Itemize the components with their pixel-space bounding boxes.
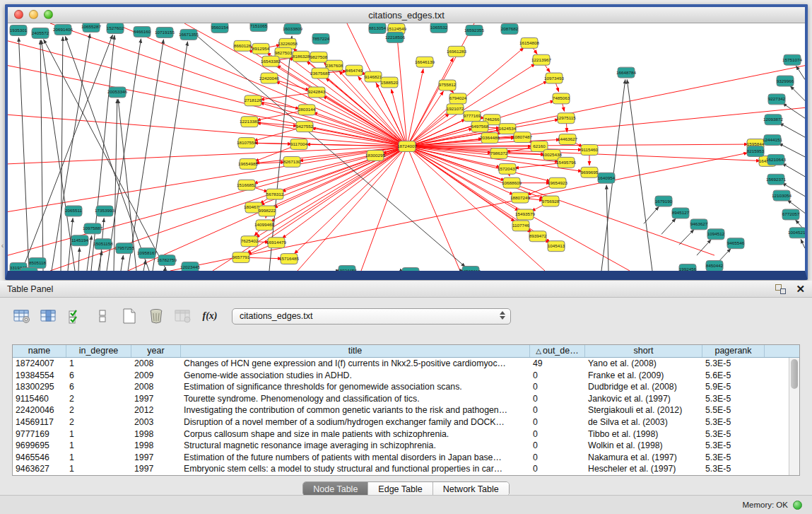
table-cell[interactable]: 2 <box>66 393 131 405</box>
scrollbar-thumb[interactable] <box>791 359 798 389</box>
table-row[interactable]: 1456911722003Disruption of a novel membe… <box>13 416 789 428</box>
table-cell[interactable]: 0 <box>530 428 585 440</box>
tab-node-table[interactable]: Node Table <box>303 482 368 496</box>
window-titlebar[interactable]: citations_edges.txt <box>8 7 805 23</box>
table-cell[interactable]: Estimation of significance thresholds fo… <box>181 381 530 393</box>
table-cell[interactable]: 5.3E-5 <box>702 452 765 464</box>
table-cell[interactable]: 9463627 <box>13 463 66 475</box>
table-cell[interactable]: Dudbridge et al. (2008) <box>585 381 702 393</box>
table-cell[interactable]: 1 <box>66 463 131 475</box>
table-cell[interactable]: Tourette syndrome. Phenomenology and cla… <box>181 393 530 405</box>
table-cell[interactable]: 5.9E-5 <box>702 381 765 393</box>
table-row[interactable]: 1830029562008Estimation of significance … <box>13 381 789 393</box>
table-cell[interactable]: 14569117 <box>13 416 66 428</box>
table-cell[interactable]: Structural magnetic resonance image aver… <box>181 440 530 452</box>
table-cell[interactable]: 5.3E-5 <box>702 463 765 475</box>
table-cell[interactable]: 5.3E-5 <box>702 416 765 428</box>
table-cell[interactable]: Jankovic et al. (1997) <box>585 393 702 405</box>
table-cell[interactable]: 2003 <box>131 416 181 428</box>
table-cell[interactable]: 0 <box>530 381 585 393</box>
table-cell[interactable]: Nakamura et al. (1997) <box>585 452 702 464</box>
table-cell[interactable]: 1 <box>66 428 131 440</box>
row-select-icon[interactable] <box>66 308 85 325</box>
table-cell[interactable]: 0 <box>530 440 585 452</box>
table-cell[interactable]: 6 <box>66 370 131 382</box>
column-header-in_degree[interactable]: in_degree <box>66 345 131 357</box>
table-row[interactable]: 911546021997Tourette syndrome. Phenomeno… <box>13 393 789 405</box>
table-settings-icon[interactable] <box>13 308 31 325</box>
table-cell[interactable]: 9777169 <box>13 428 66 440</box>
table-cell[interactable]: 5.3E-5 <box>702 428 765 440</box>
table-cell[interactable]: de Silva et al. (2003) <box>585 416 702 428</box>
table-cell[interactable]: 2008 <box>131 381 181 393</box>
table-cell[interactable]: 5.6E-5 <box>702 370 765 382</box>
close-panel-icon[interactable]: ✕ <box>796 284 805 294</box>
table-cell[interactable]: 18300295 <box>13 381 66 393</box>
panel-collapse-arrow[interactable]: ‹ <box>0 242 5 250</box>
table-cell[interactable]: 2008 <box>131 358 181 370</box>
column-visibility-icon[interactable] <box>40 308 58 325</box>
table-cell[interactable]: 2 <box>66 404 131 416</box>
close-window-icon[interactable] <box>14 10 23 19</box>
table-cell[interactable]: 1998 <box>131 428 181 440</box>
vertical-scrollbar[interactable] <box>789 358 799 475</box>
table-cell[interactable]: 1 <box>66 358 131 370</box>
table-cell[interactable]: Tibbo et al. (1998) <box>585 428 702 440</box>
table-cell[interactable]: 2009 <box>131 370 181 382</box>
table-cell[interactable]: 0 <box>530 370 585 382</box>
table-cell[interactable]: 5.3E-5 <box>702 440 765 452</box>
table-cell[interactable]: Investigating the contribution of common… <box>181 404 530 416</box>
column-header-name[interactable]: name <box>13 345 66 357</box>
column-header-year[interactable]: year <box>131 345 181 357</box>
table-row[interactable]: 977716911998Corpus callosum shape and si… <box>13 428 789 440</box>
table-cell[interactable]: Disruption of a novel member of a sodium… <box>181 416 530 428</box>
table-cell[interactable]: Genome-wide association studies in ADHD. <box>181 370 530 382</box>
column-header-pagerank[interactable]: pagerank <box>702 345 765 357</box>
table-cell[interactable]: 1 <box>66 440 131 452</box>
table-cell[interactable]: 0 <box>530 404 585 416</box>
table-cell[interactable]: 0 <box>530 393 585 405</box>
table-cell[interactable]: 1 <box>66 452 131 464</box>
table-cell[interactable]: Embryonic stem cells: a model to study s… <box>181 463 530 475</box>
table-row[interactable]: 1938455462009Genome-wide association stu… <box>13 370 789 382</box>
table-cell[interactable]: 18724007 <box>13 358 66 370</box>
table-cell[interactable]: 22420046 <box>13 404 66 416</box>
table-selector-dropdown[interactable]: citations_edges.txt <box>232 308 511 325</box>
table-cell[interactable]: 0 <box>530 416 585 428</box>
float-panel-icon[interactable] <box>775 284 786 294</box>
table-cell[interactable]: Franke et al. (2009) <box>585 370 702 382</box>
table-cell[interactable]: 1997 <box>131 452 181 464</box>
table-row[interactable]: 946362711997Embryonic stem cells: a mode… <box>13 463 789 475</box>
table-cell[interactable]: 9465546 <box>13 452 66 464</box>
network-view-window[interactable]: citations_edges.txt 18724007866012889129… <box>5 4 808 280</box>
table-cell[interactable]: 5.3E-5 <box>702 393 765 405</box>
column-header-short[interactable]: short <box>585 345 702 357</box>
table-cell[interactable]: 5.5E-5 <box>702 404 765 416</box>
new-table-icon[interactable] <box>120 308 139 325</box>
table-row[interactable]: 2242004622012Investigating the contribut… <box>13 404 789 416</box>
table-cell[interactable]: 5.3E-5 <box>702 358 765 370</box>
table-cell[interactable]: Corpus callosum shape and size in male p… <box>181 428 530 440</box>
table-cell[interactable]: 0 <box>530 463 585 475</box>
table-cell[interactable]: Estimation of the future numbers of pati… <box>181 452 530 464</box>
table-cell[interactable]: Changes of HCN gene expression and I(f) … <box>181 358 530 370</box>
table-cell[interactable]: 1998 <box>131 440 181 452</box>
table-cell[interactable]: Hescheler et al. (1997) <box>585 463 702 475</box>
tab-network-table[interactable]: Network Table <box>433 482 509 496</box>
table-cell[interactable]: 0 <box>530 452 585 464</box>
row-height-icon[interactable] <box>93 308 112 325</box>
table-row[interactable]: 946554611997Estimation of the future num… <box>13 452 789 464</box>
delete-table-icon[interactable] <box>147 308 165 325</box>
column-header-title[interactable]: title <box>181 345 530 357</box>
network-graph[interactable]: 1872400786601288912954132260589827503165… <box>8 23 805 271</box>
minimize-window-icon[interactable] <box>29 10 38 19</box>
table-row[interactable]: 969969511998Structural magnetic resonanc… <box>13 440 789 452</box>
column-header-out_de[interactable]: △out_de… <box>530 345 585 357</box>
table-cell[interactable]: 19384554 <box>13 370 66 382</box>
function-builder-icon[interactable]: f(x) <box>201 308 219 325</box>
table-cell[interactable]: 49 <box>530 358 585 370</box>
table-cell[interactable]: Yano et al. (2008) <box>585 358 702 370</box>
network-canvas[interactable]: 1872400786601288912954132260589827503165… <box>8 23 805 271</box>
zoom-window-icon[interactable] <box>44 10 53 19</box>
table-row[interactable]: 1872400712008Changes of HCN gene express… <box>13 358 789 370</box>
